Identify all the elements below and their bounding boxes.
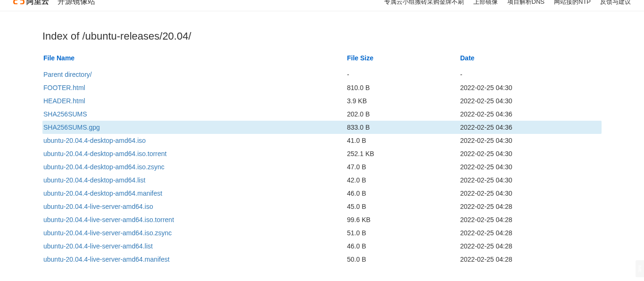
header-date[interactable]: Date <box>460 54 474 62</box>
header-file-name[interactable]: File Name <box>43 54 74 62</box>
file-size-cell: - <box>347 71 460 78</box>
file-date-cell: 2022-02-25 04:30 <box>460 84 602 91</box>
file-size-cell: 252.1 KB <box>347 150 460 157</box>
nav-item-0[interactable]: 专属云小组搬砖采购金牌不刷 <box>384 0 464 6</box>
file-date-cell: 2022-02-25 04:28 <box>460 256 602 263</box>
ime-side-tab[interactable]: IME <box>636 260 644 275</box>
table-row: ubuntu-20.04.4-live-server-amd64.iso.tor… <box>42 213 602 226</box>
page-header: 阿里云 开源镜像站 专属云小组搬砖采购金牌不刷上部镜像项目解析DNS网站接的NT… <box>0 0 644 11</box>
file-date-cell: 2022-02-25 04:30 <box>460 176 602 184</box>
file-link[interactable]: ubuntu-20.04.4-live-server-amd64.manifes… <box>43 256 170 263</box>
file-link[interactable]: ubuntu-20.04.4-desktop-amd64.iso.torrent <box>43 150 167 157</box>
nav-item-4[interactable]: 反馈与建议 <box>600 0 631 6</box>
table-row: SHA256SUMS202.0 B2022-02-25 04:36 <box>42 107 602 121</box>
file-size-cell: 45.0 B <box>347 203 460 210</box>
table-row: ubuntu-20.04.4-desktop-amd64.iso41.0 B20… <box>42 134 602 147</box>
file-size-cell: 99.6 KB <box>347 216 460 223</box>
file-size-cell: 41.0 B <box>347 137 460 144</box>
file-size-cell: 833.0 B <box>347 124 460 131</box>
table-row: ubuntu-20.04.4-live-server-amd64.iso45.0… <box>42 200 602 213</box>
file-link[interactable]: ubuntu-20.04.4-live-server-amd64.iso.zsy… <box>43 229 172 237</box>
file-size-cell: 202.0 B <box>347 110 460 118</box>
file-date-cell: 2022-02-25 04:28 <box>460 216 602 223</box>
file-size-cell: 47.0 B <box>347 163 460 171</box>
table-row: Parent directory/-- <box>42 68 602 81</box>
top-nav: 专属云小组搬砖采购金牌不刷上部镜像项目解析DNS网站接的NTP反馈与建议 <box>384 0 631 6</box>
file-link[interactable]: ubuntu-20.04.4-live-server-amd64.list <box>43 242 153 250</box>
table-row: ubuntu-20.04.4-desktop-amd64.iso.torrent… <box>42 147 602 160</box>
file-link[interactable]: FOOTER.html <box>43 84 85 91</box>
file-date-cell: 2022-02-25 04:30 <box>460 190 602 197</box>
file-date-cell: 2022-02-25 04:30 <box>460 97 602 105</box>
file-size-cell: 3.9 KB <box>347 97 460 105</box>
nav-item-3[interactable]: 网站接的NTP <box>554 0 591 6</box>
file-date-cell: 2022-02-25 04:28 <box>460 229 602 237</box>
logo[interactable]: 阿里云 <box>13 0 49 7</box>
file-link[interactable]: ubuntu-20.04.4-live-server-amd64.iso <box>43 203 153 210</box>
file-size-cell: 42.0 B <box>347 176 460 184</box>
file-size-cell: 810.0 B <box>347 84 460 91</box>
aliyun-logo-icon <box>13 0 25 6</box>
site-title: 开源镜像站 <box>58 0 95 7</box>
file-size-cell: 50.0 B <box>347 256 460 263</box>
table-header-row: File Name File Size Date <box>42 51 602 68</box>
table-row: FOOTER.html810.0 B2022-02-25 04:30 <box>42 81 602 94</box>
page-title: Index of /ubuntu-releases/20.04/ <box>42 30 602 42</box>
file-link[interactable]: SHA256SUMS <box>43 110 87 118</box>
file-link[interactable]: ubuntu-20.04.4-desktop-amd64.iso.zsync <box>43 163 165 171</box>
file-link[interactable]: ubuntu-20.04.4-desktop-amd64.manifest <box>43 190 162 197</box>
file-link[interactable]: HEADER.html <box>43 97 85 105</box>
file-date-cell: 2022-02-25 04:28 <box>460 242 602 250</box>
header-left: 阿里云 开源镜像站 <box>13 0 95 7</box>
file-size-cell: 51.0 B <box>347 229 460 237</box>
file-date-cell: 2022-02-25 04:28 <box>460 203 602 210</box>
table-body: Parent directory/--FOOTER.html810.0 B202… <box>42 68 602 266</box>
file-link[interactable]: ubuntu-20.04.4-desktop-amd64.list <box>43 176 145 184</box>
file-size-cell: 46.0 B <box>347 190 460 197</box>
table-row: ubuntu-20.04.4-live-server-amd64.list46.… <box>42 240 602 253</box>
file-date-cell: 2022-02-25 04:30 <box>460 163 602 171</box>
file-date-cell: 2022-02-25 04:36 <box>460 124 602 131</box>
table-row: ubuntu-20.04.4-desktop-amd64.manifest46.… <box>42 187 602 200</box>
content-area: Index of /ubuntu-releases/20.04/ File Na… <box>0 11 644 275</box>
file-link[interactable]: SHA256SUMS.gpg <box>43 124 100 131</box>
file-link[interactable]: ubuntu-20.04.4-live-server-amd64.iso.tor… <box>43 216 174 223</box>
file-table: File Name File Size Date Parent director… <box>42 51 602 266</box>
table-row: ubuntu-20.04.4-desktop-amd64.list42.0 B2… <box>42 174 602 187</box>
file-date-cell: - <box>460 71 602 78</box>
file-date-cell: 2022-02-25 04:30 <box>460 150 602 157</box>
nav-item-1[interactable]: 上部镜像 <box>473 0 498 6</box>
header-file-size[interactable]: File Size <box>347 54 373 62</box>
file-date-cell: 2022-02-25 04:30 <box>460 137 602 144</box>
file-size-cell: 46.0 B <box>347 242 460 250</box>
table-row: ubuntu-20.04.4-desktop-amd64.iso.zsync47… <box>42 160 602 174</box>
table-row: SHA256SUMS.gpg833.0 B2022-02-25 04:36 <box>42 121 602 134</box>
table-row: HEADER.html3.9 KB2022-02-25 04:30 <box>42 94 602 107</box>
logo-text: 阿里云 <box>26 0 49 7</box>
file-link[interactable]: Parent directory/ <box>43 71 92 78</box>
file-date-cell: 2022-02-25 04:36 <box>460 110 602 118</box>
file-link[interactable]: ubuntu-20.04.4-desktop-amd64.iso <box>43 137 146 144</box>
table-row: ubuntu-20.04.4-live-server-amd64.iso.zsy… <box>42 226 602 240</box>
table-row: ubuntu-20.04.4-live-server-amd64.manifes… <box>42 253 602 266</box>
nav-item-2[interactable]: 项目解析DNS <box>507 0 545 6</box>
